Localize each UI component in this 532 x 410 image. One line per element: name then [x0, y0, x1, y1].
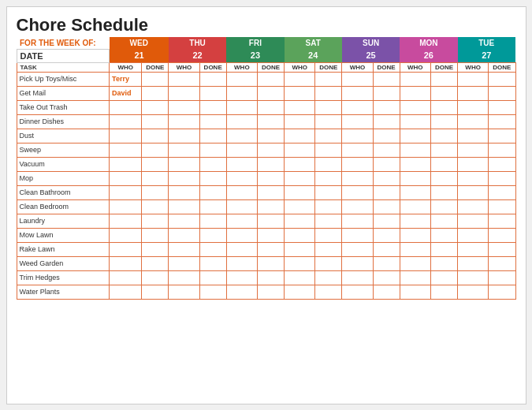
done-cell-tue[interactable]: [489, 86, 515, 100]
done-cell-fri[interactable]: [257, 114, 284, 129]
done-cell-sun[interactable]: [373, 242, 400, 256]
who-cell-mon[interactable]: [400, 171, 430, 185]
done-cell-sun[interactable]: [373, 114, 400, 129]
done-cell-thu[interactable]: [199, 214, 226, 228]
who-cell-wed[interactable]: [110, 114, 142, 129]
who-cell-thu[interactable]: [169, 242, 199, 256]
done-cell-mon[interactable]: [430, 86, 457, 100]
done-cell-wed[interactable]: [142, 100, 169, 114]
who-cell-mon[interactable]: [400, 256, 430, 270]
who-cell-tue[interactable]: [458, 72, 489, 86]
who-cell-wed[interactable]: [110, 285, 142, 299]
who-cell-sun[interactable]: [342, 285, 373, 299]
done-cell-thu[interactable]: [199, 129, 226, 143]
who-cell-fri[interactable]: [226, 285, 257, 299]
done-cell-sat[interactable]: [315, 72, 342, 86]
who-cell-mon[interactable]: [400, 72, 430, 86]
done-cell-fri[interactable]: [257, 129, 284, 143]
who-cell-sun[interactable]: [342, 129, 373, 143]
done-cell-wed[interactable]: [142, 185, 169, 199]
who-cell-sun[interactable]: [342, 100, 373, 114]
done-cell-tue[interactable]: [489, 129, 515, 143]
who-cell-wed[interactable]: [110, 100, 142, 114]
who-cell-mon[interactable]: [400, 228, 430, 242]
done-cell-fri[interactable]: [257, 228, 284, 242]
who-cell-fri[interactable]: [226, 242, 257, 256]
done-cell-thu[interactable]: [199, 242, 226, 256]
done-cell-thu[interactable]: [199, 100, 226, 114]
who-cell-wed[interactable]: Terry: [110, 72, 142, 86]
who-cell-sun[interactable]: [342, 157, 373, 171]
who-cell-thu[interactable]: [169, 199, 199, 214]
done-cell-fri[interactable]: [257, 72, 284, 86]
who-cell-mon[interactable]: [400, 157, 430, 171]
who-cell-sun[interactable]: [342, 214, 373, 228]
who-cell-thu[interactable]: [169, 72, 199, 86]
done-cell-sun[interactable]: [373, 214, 400, 228]
who-cell-fri[interactable]: [226, 185, 257, 199]
done-cell-fri[interactable]: [257, 256, 284, 270]
done-cell-sat[interactable]: [315, 100, 342, 114]
done-cell-mon[interactable]: [430, 171, 457, 185]
who-cell-sun[interactable]: [342, 199, 373, 214]
who-cell-fri[interactable]: [226, 171, 257, 185]
done-cell-sat[interactable]: [315, 157, 342, 171]
who-cell-sun[interactable]: [342, 242, 373, 256]
done-cell-fri[interactable]: [257, 171, 284, 185]
who-cell-wed[interactable]: [110, 157, 142, 171]
done-cell-sun[interactable]: [373, 72, 400, 86]
who-cell-thu[interactable]: [169, 100, 199, 114]
done-cell-sun[interactable]: [373, 86, 400, 100]
done-cell-sat[interactable]: [315, 285, 342, 299]
who-cell-sun[interactable]: [342, 114, 373, 129]
who-cell-mon[interactable]: [400, 114, 430, 129]
who-cell-wed[interactable]: [110, 129, 142, 143]
who-cell-fri[interactable]: [226, 157, 257, 171]
who-cell-wed[interactable]: David: [110, 86, 142, 100]
done-cell-tue[interactable]: [489, 171, 515, 185]
who-cell-thu[interactable]: [169, 171, 199, 185]
who-cell-mon[interactable]: [400, 285, 430, 299]
who-cell-tue[interactable]: [458, 199, 489, 214]
who-cell-wed[interactable]: [110, 185, 142, 199]
who-cell-tue[interactable]: [458, 285, 489, 299]
who-cell-fri[interactable]: [226, 114, 257, 129]
done-cell-fri[interactable]: [257, 270, 284, 285]
who-cell-wed[interactable]: [110, 256, 142, 270]
done-cell-tue[interactable]: [489, 143, 515, 157]
done-cell-fri[interactable]: [257, 143, 284, 157]
done-cell-wed[interactable]: [142, 228, 169, 242]
done-cell-wed[interactable]: [142, 157, 169, 171]
who-cell-fri[interactable]: [226, 270, 257, 285]
who-cell-mon[interactable]: [400, 199, 430, 214]
who-cell-sat[interactable]: [285, 256, 315, 270]
who-cell-sun[interactable]: [342, 72, 373, 86]
done-cell-sat[interactable]: [315, 256, 342, 270]
done-cell-tue[interactable]: [489, 100, 515, 114]
who-cell-sat[interactable]: [285, 114, 315, 129]
done-cell-tue[interactable]: [489, 185, 515, 199]
who-cell-thu[interactable]: [169, 114, 199, 129]
done-cell-thu[interactable]: [199, 86, 226, 100]
who-cell-sun[interactable]: [342, 86, 373, 100]
done-cell-wed[interactable]: [142, 86, 169, 100]
who-cell-tue[interactable]: [458, 214, 489, 228]
who-cell-sat[interactable]: [285, 228, 315, 242]
who-cell-wed[interactable]: [110, 199, 142, 214]
who-cell-tue[interactable]: [458, 270, 489, 285]
done-cell-thu[interactable]: [199, 285, 226, 299]
who-cell-tue[interactable]: [458, 129, 489, 143]
done-cell-thu[interactable]: [199, 185, 226, 199]
done-cell-thu[interactable]: [199, 256, 226, 270]
who-cell-thu[interactable]: [169, 256, 199, 270]
who-cell-sun[interactable]: [342, 228, 373, 242]
who-cell-sat[interactable]: [285, 129, 315, 143]
done-cell-fri[interactable]: [257, 86, 284, 100]
done-cell-wed[interactable]: [142, 270, 169, 285]
who-cell-tue[interactable]: [458, 242, 489, 256]
done-cell-sun[interactable]: [373, 256, 400, 270]
done-cell-sat[interactable]: [315, 199, 342, 214]
done-cell-tue[interactable]: [489, 72, 515, 86]
who-cell-wed[interactable]: [110, 171, 142, 185]
done-cell-tue[interactable]: [489, 199, 515, 214]
